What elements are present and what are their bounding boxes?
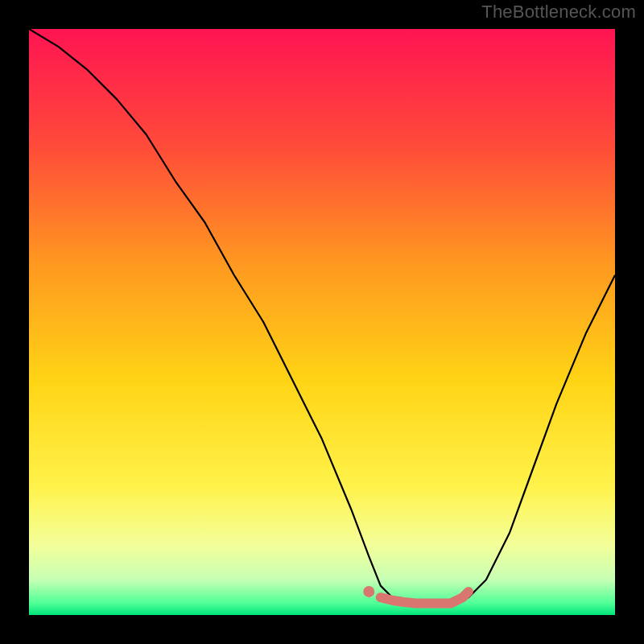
chart-svg — [29, 29, 615, 615]
highlight-start-dot — [363, 586, 374, 597]
plot-area — [29, 29, 615, 615]
chart-frame: TheBottleneck.com — [0, 0, 644, 644]
chart-background — [29, 29, 615, 615]
watermark-text: TheBottleneck.com — [481, 2, 636, 23]
